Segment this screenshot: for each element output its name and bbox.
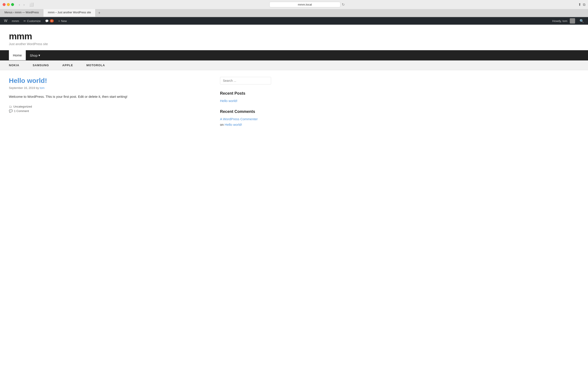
tab-resize-button[interactable]: ⧉: [583, 3, 585, 7]
close-button[interactable]: [3, 3, 6, 6]
nav-link-home[interactable]: Home: [9, 50, 26, 60]
plus-icon: +: [58, 19, 60, 23]
site-description: Just another WordPress site: [9, 42, 579, 46]
howdy-label: Howdy, tom: [552, 19, 567, 23]
nav-item-home[interactable]: Home: [9, 50, 26, 61]
search-input[interactable]: [220, 77, 271, 84]
admin-bar-right: Howdy, tom 🔍: [550, 18, 586, 23]
post-category[interactable]: Uncategorized: [13, 105, 32, 108]
comment-post-link-0[interactable]: Hello world!: [225, 123, 242, 126]
recent-post-link-0[interactable]: Hello world!: [220, 99, 271, 103]
post-author-prefix: by: [36, 86, 40, 90]
reload-button[interactable]: ↻: [342, 2, 345, 7]
new-label: New: [61, 19, 67, 23]
commenter-link-0[interactable]: A WordPress Commenter: [220, 117, 271, 121]
tab-site[interactable]: mmm – Just another WordPress site: [43, 9, 95, 17]
sub-nav-motorola[interactable]: MOTOROLA: [86, 63, 105, 67]
address-bar[interactable]: mmm.local: [269, 2, 340, 7]
sub-nav-apple[interactable]: APPLE: [62, 63, 73, 67]
recent-comments-widget: Recent Comments A WordPress Commenter on…: [220, 109, 271, 126]
browser-titlebar: ‹ › ⬜ mmm.local ↻ ⬆ ⧉: [0, 0, 588, 9]
site-name-button[interactable]: mmm: [10, 17, 21, 25]
sub-nav: NOKIA SAMSUNG APPLE MOTOROLA: [0, 61, 588, 70]
comment-on-text: on Hello world!: [220, 123, 271, 126]
nav-buttons: ‹ ›: [18, 2, 26, 7]
post-date: September 16, 2019: [9, 86, 35, 90]
post-comments-item: 💬 1 Comment: [9, 109, 211, 113]
new-tab-button[interactable]: +: [95, 9, 103, 17]
browser-actions: ⬆ ⧉: [578, 2, 585, 7]
minimize-button[interactable]: [7, 3, 10, 6]
site-header: mmm Just another WordPress site: [0, 25, 588, 50]
post-author-link[interactable]: tom: [40, 86, 45, 90]
back-button[interactable]: ‹: [18, 2, 21, 7]
sub-nav-nokia[interactable]: NOKIA: [9, 63, 19, 67]
recent-posts-widget: Recent Posts Hello world!: [220, 91, 271, 103]
admin-search-button[interactable]: 🔍: [577, 19, 586, 23]
wp-logo-icon: W: [4, 19, 7, 23]
main-nav-list: Home Shop ▾: [9, 50, 579, 61]
site-title: mmm: [9, 31, 579, 41]
nav-item-shop[interactable]: Shop ▾: [26, 50, 44, 61]
post-title-link[interactable]: Hello world!: [9, 77, 211, 84]
traffic-lights: [3, 3, 14, 6]
main-nav: Home Shop ▾: [0, 50, 588, 61]
sub-nav-samsung[interactable]: SAMSUNG: [33, 63, 49, 67]
content-area: Hello world! September 16, 2019 by tom W…: [9, 77, 211, 133]
recent-comment-item-0: A WordPress Commenter on Hello world!: [220, 117, 271, 126]
nav-link-shop[interactable]: Shop ▾: [26, 50, 44, 61]
new-content-button[interactable]: + New: [56, 17, 69, 25]
category-icon: 🗂: [9, 105, 12, 108]
on-prefix: on: [220, 123, 224, 126]
comments-icon: 💬: [45, 19, 49, 23]
wp-admin-bar: W mmm ✏ Customize 💬 0 + New Howdy, tom 🔍: [0, 17, 588, 25]
customize-label: Customize: [27, 19, 41, 23]
recent-comments-title: Recent Comments: [220, 109, 271, 114]
post-footer: 🗂 Uncategorized 💬 1 Comment: [9, 105, 211, 113]
wp-logo-button[interactable]: W: [2, 17, 10, 25]
post-content: Welcome to WordPress. This is your first…: [9, 94, 211, 99]
browser-chrome: ‹ › ⬜ mmm.local ↻ ⬆ ⧉ Menus ‹ mmm — Word…: [0, 0, 588, 17]
sidebar: Recent Posts Hello world! Recent Comment…: [220, 77, 271, 133]
customize-icon: ✏: [23, 19, 26, 23]
forward-button[interactable]: ›: [22, 2, 26, 7]
post-category-item: 🗂 Uncategorized: [9, 105, 211, 108]
post-article: Hello world! September 16, 2019 by tom W…: [9, 77, 211, 113]
comments-footer-icon: 💬: [9, 109, 13, 113]
main-content: Hello world! September 16, 2019 by tom W…: [0, 70, 280, 140]
address-bar-wrap: mmm.local ↻: [37, 2, 577, 7]
recent-posts-title: Recent Posts: [220, 91, 271, 96]
comment-count-badge: 0: [50, 19, 54, 22]
sidebar-button[interactable]: ⬜: [28, 2, 36, 7]
post-comments[interactable]: 1 Comment: [14, 109, 29, 113]
maximize-button[interactable]: [11, 3, 14, 6]
share-button[interactable]: ⬆: [578, 2, 581, 7]
post-meta: September 16, 2019 by tom: [9, 86, 211, 90]
tab-menus[interactable]: Menus ‹ mmm — WordPress: [0, 9, 43, 17]
search-widget: [220, 77, 271, 84]
user-avatar: [570, 18, 575, 23]
customize-button[interactable]: ✏ Customize: [21, 17, 43, 25]
nav-shop-label: Shop: [30, 53, 38, 57]
howdy-button[interactable]: Howdy, tom: [550, 18, 577, 23]
dropdown-arrow-icon: ▾: [38, 53, 40, 57]
comments-button[interactable]: 💬 0: [43, 17, 56, 25]
tab-bar: Menus ‹ mmm — WordPress mmm – Just anoth…: [0, 9, 588, 17]
